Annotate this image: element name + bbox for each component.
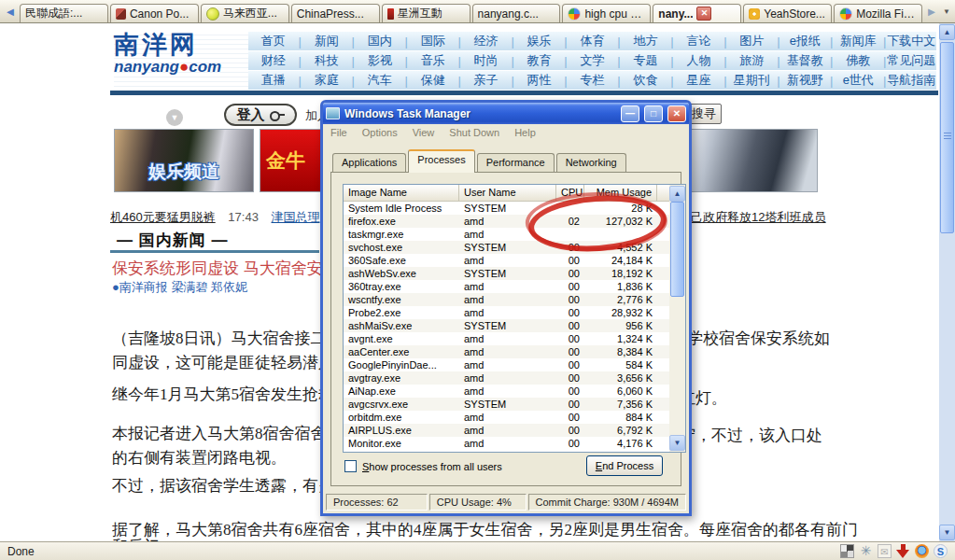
process-row[interactable]: ashWebSv.exeSYSTEM0018,192 K [344, 267, 685, 280]
process-row[interactable]: wscntfy.exeamd002,776 K [344, 293, 685, 306]
nav-item[interactable]: 文学 [568, 52, 618, 69]
tab-performance[interactable]: Performance [477, 153, 555, 173]
browser-tab[interactable]: Canon Po... [110, 4, 199, 22]
process-row[interactable]: avgcsrvx.exeSYSTEM007,356 K [344, 398, 685, 411]
nav-item[interactable]: 科技 [302, 52, 352, 69]
list-scroll-down-icon[interactable]: ▼ [669, 435, 685, 451]
menu-item[interactable]: File [330, 127, 347, 144]
nav-item[interactable]: 国际 [408, 33, 458, 49]
nav-item[interactable]: 新闻 [302, 33, 352, 49]
process-row[interactable]: AiNap.exeamd006,060 K [344, 385, 685, 398]
maximize-button[interactable]: □ [644, 105, 663, 122]
process-row[interactable]: Probe2.exeamd0028,932 K [344, 306, 685, 319]
ticker-link-2[interactable]: 津国总理 [272, 210, 320, 224]
nav-item[interactable]: 新闻库 [833, 33, 883, 49]
tab-processes[interactable]: Processes [408, 149, 474, 173]
nav-item[interactable]: 音乐 [408, 52, 458, 69]
nav-item[interactable]: 直播 [248, 72, 299, 89]
list-scrollbar-thumb[interactable] [670, 202, 684, 297]
process-row[interactable]: avgnt.exeamd001,324 K [344, 332, 685, 345]
menu-item[interactable]: Help [514, 127, 536, 144]
login-button[interactable]: 登入 [224, 104, 297, 126]
nav-item[interactable]: 财经 [248, 52, 299, 69]
process-row[interactable]: Monitor.exeamd004,176 K [344, 437, 685, 450]
menu-item[interactable]: Shut Down [449, 127, 499, 144]
nav-item[interactable]: 专题 [621, 52, 671, 69]
list-scroll-up-icon[interactable]: ▲ [669, 186, 685, 202]
nav-item[interactable]: 亲子 [461, 72, 512, 89]
ticker-link-1[interactable]: 机460元要猛男脱裤 [110, 210, 216, 224]
scrollbar-thumb[interactable] [940, 42, 954, 233]
menu-item[interactable]: Options [362, 127, 398, 144]
browser-tab[interactable]: 马来西亚... [201, 4, 289, 22]
firefox-icon[interactable] [915, 544, 929, 558]
tab-list-caret-icon[interactable]: ▼ [940, 2, 953, 22]
banner-gold[interactable]: 金牛 [260, 129, 323, 192]
process-row[interactable]: aaCenter.exeamd008,384 K [344, 345, 685, 358]
tab-close-icon[interactable]: ✕ [696, 7, 711, 21]
nav-item[interactable]: 地方 [621, 33, 671, 49]
browser-tab[interactable]: Mozilla Fire... [834, 4, 922, 22]
column-header[interactable]: User Name [459, 185, 556, 202]
column-header[interactable]: Image Name [344, 185, 459, 202]
minimize-button[interactable]: — [621, 105, 639, 122]
browser-tab[interactable]: ChinaPress... [291, 4, 380, 22]
browser-tab[interactable]: nanyang.c... [472, 4, 561, 22]
close-button[interactable]: ✕ [667, 105, 686, 122]
site-logo[interactable]: 南洋网 nanyang●com [114, 31, 248, 89]
tab-applications[interactable]: Applications [332, 153, 406, 173]
process-list-scrollbar[interactable]: ▲ ▼ [669, 185, 685, 452]
nav-item[interactable]: 人物 [674, 52, 724, 69]
nav-item[interactable]: 汽车 [355, 72, 405, 89]
nav-item[interactable]: 首页 [248, 33, 299, 49]
asterisk-icon[interactable]: ✳ [859, 544, 873, 558]
skype-icon[interactable]: S [934, 544, 948, 558]
article-headline[interactable]: 保安系统形同虚设 马大宿舍安 [112, 258, 323, 279]
nav-item[interactable]: 星座 [674, 72, 724, 89]
task-manager-titlebar[interactable]: Windows Task Manager — □ ✕ [323, 103, 689, 124]
nav-item[interactable]: 国内 [355, 33, 405, 49]
nav-item[interactable]: 言论 [674, 33, 724, 49]
banner-entertainment[interactable]: 娱乐频道 [114, 129, 254, 192]
nav-item[interactable]: 下载中文 [886, 33, 936, 49]
ticker-link-3[interactable]: 己政府释放12塔利班成员 [691, 209, 825, 226]
page-scrollbar[interactable]: ▲ ▼ [939, 23, 955, 541]
checker-icon[interactable] [840, 544, 854, 558]
nav-item[interactable]: 佛教 [833, 52, 883, 69]
process-row[interactable]: orbitdm.exeamd00884 K [344, 411, 685, 424]
dl-icon[interactable] [896, 544, 910, 558]
nav-item[interactable]: 经济 [461, 33, 512, 49]
nav-item[interactable]: 旅游 [727, 52, 778, 69]
envelope-icon[interactable]: ✉ [878, 544, 892, 558]
nav-item[interactable]: 新视野 [780, 72, 831, 89]
nav-item[interactable]: 影视 [355, 52, 405, 69]
nav-item[interactable]: 教育 [514, 52, 565, 69]
nav-item[interactable]: 娱乐 [514, 33, 565, 49]
process-row[interactable]: GooglePinyinDae...amd00584 K [344, 358, 685, 371]
nav-item[interactable]: 体育 [568, 33, 618, 49]
nav-item[interactable]: 家庭 [302, 72, 352, 89]
nav-item[interactable]: 图片 [727, 33, 778, 49]
scroll-down-icon[interactable]: ▼ [939, 525, 955, 540]
nav-item[interactable]: 专栏 [568, 72, 618, 89]
nav-item[interactable]: 导航指南 [886, 72, 936, 89]
nav-item[interactable]: 时尚 [461, 52, 512, 69]
browser-tab[interactable]: 民聯成語:... [20, 4, 108, 22]
browser-tab[interactable]: high cpu u... [562, 4, 651, 22]
nav-item[interactable]: e世代 [833, 72, 883, 89]
nav-item[interactable]: 两性 [514, 72, 565, 89]
process-row[interactable]: AIRPLUS.exeamd006,792 K [344, 424, 685, 437]
nav-item[interactable]: 饮食 [621, 72, 671, 89]
menu-item[interactable]: View [413, 127, 435, 144]
process-row[interactable]: 360Safe.exeamd0024,184 K [344, 254, 685, 267]
tab-scroll-right-icon[interactable]: ► [923, 2, 940, 22]
end-process-button[interactable]: End Process [586, 455, 663, 476]
tab-networking[interactable]: Networking [556, 153, 626, 173]
nav-item[interactable]: 星期刊 [727, 72, 778, 89]
nav-item[interactable]: 基督教 [780, 52, 831, 69]
nav-item[interactable]: 保健 [408, 72, 458, 89]
process-row[interactable]: avgtray.exeamd003,656 K [344, 371, 685, 385]
nav-item[interactable]: 常见问题 [886, 52, 936, 69]
tab-scroll-left-icon[interactable]: ◄ [2, 2, 19, 22]
show-all-users-checkbox[interactable] [344, 460, 357, 472]
